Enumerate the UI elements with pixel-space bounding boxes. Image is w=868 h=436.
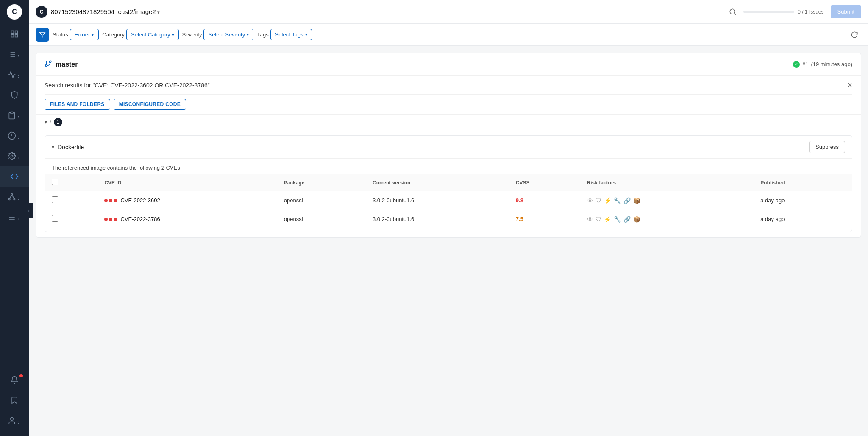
list-chevron-icon: › xyxy=(18,53,21,56)
row-checkbox[interactable] xyxy=(52,196,58,203)
package-cell: openssl xyxy=(277,191,366,210)
category-chevron-icon: ▾ xyxy=(172,32,174,37)
settings-icon xyxy=(8,213,16,221)
sidebar-item-alert[interactable]: › xyxy=(0,126,29,146)
build-status-dot xyxy=(793,61,800,68)
risk-eye-icon: 👁 xyxy=(587,197,593,204)
tags-filter-group: Tags Select Tags ▾ xyxy=(257,29,312,40)
notification-dot xyxy=(19,374,23,377)
dot-2 xyxy=(109,199,112,202)
tree-badge: 1 xyxy=(54,118,62,126)
tab-files-folders[interactable]: FILES AND FOLDERS xyxy=(45,99,110,110)
sidebar-item-chart[interactable]: › xyxy=(0,64,29,85)
alert-chevron-icon: › xyxy=(18,134,21,137)
sidebar-item-dashboard[interactable] xyxy=(0,24,29,44)
cvss-cell: 9.8 xyxy=(509,191,580,210)
search-button[interactable] xyxy=(729,8,737,16)
svg-point-23 xyxy=(11,418,14,421)
file-section: ▾ Dockerfile Suppress The referenced ima… xyxy=(45,135,852,232)
sidebar-item-clipboard[interactable]: › xyxy=(0,105,29,126)
col-header-cve-id: CVE ID xyxy=(97,174,277,191)
row-checkbox[interactable] xyxy=(52,215,58,222)
content-area: master #1 (19 minutes ago) Search result… xyxy=(29,46,868,436)
col-header-published: Published xyxy=(754,174,852,191)
svg-rect-1 xyxy=(15,31,18,34)
cve-description-text: The referenced image contains the follow… xyxy=(52,165,180,171)
search-icon xyxy=(729,8,737,16)
file-header: ▾ Dockerfile Suppress xyxy=(45,136,852,159)
col-header-current-version: Current version xyxy=(366,174,509,191)
category-dropdown[interactable]: Select Category ▾ xyxy=(126,29,179,40)
network-chevron-icon: › xyxy=(18,195,21,198)
risk-factors-cell: 👁 🛡 ⚡ 🔧 🔗 📦 xyxy=(580,191,754,210)
tree-slash: / xyxy=(50,119,51,126)
svg-line-18 xyxy=(9,195,12,198)
top-header: C 807152304871829504_cust2/image2 0 / 1 … xyxy=(29,0,868,24)
risk-link-icon: 🔗 xyxy=(623,216,631,223)
close-search-button[interactable]: ✕ xyxy=(847,81,852,89)
tab-buttons: FILES AND FOLDERS MISCONFIGURED CODE xyxy=(36,95,861,115)
sidebar-item-notifications[interactable] xyxy=(0,370,29,390)
severity-filter-group: Severity Select Severity ▾ xyxy=(182,29,254,40)
errors-dropdown[interactable]: Errors ▾ xyxy=(70,29,99,40)
dot-3 xyxy=(114,218,117,221)
gear-icon xyxy=(8,152,16,160)
risk-package-icon: 📦 xyxy=(633,197,640,204)
grid-icon xyxy=(10,30,19,38)
category-filter-group: Category Select Category ▾ xyxy=(102,29,178,40)
sidebar-item-shield[interactable] xyxy=(0,85,29,105)
results-header: master #1 (19 minutes ago) xyxy=(36,53,861,76)
branch-info: master xyxy=(45,60,78,69)
bell-icon xyxy=(10,376,19,384)
severity-dots xyxy=(104,199,117,202)
svg-point-24 xyxy=(730,9,735,14)
suppress-button[interactable]: Suppress xyxy=(809,141,845,153)
tab-misconfigured-code[interactable]: MISCONFIGURED CODE xyxy=(114,99,186,110)
published-cell: a day ago xyxy=(754,210,852,229)
bookmark-icon xyxy=(10,396,19,405)
tags-dropdown[interactable]: Select Tags ▾ xyxy=(270,29,312,40)
chart-icon xyxy=(8,70,16,79)
cvss-value: 7.5 xyxy=(516,216,523,222)
sidebar-item-gear[interactable]: › xyxy=(0,146,29,166)
errors-label: Errors xyxy=(75,31,89,38)
svg-point-17 xyxy=(14,198,15,200)
sidebar-item-bookmarks[interactable] xyxy=(0,390,29,411)
sidebar-logo: C xyxy=(0,0,29,24)
risk-shield-icon: 🛡 xyxy=(595,197,601,204)
submit-button[interactable]: Submit xyxy=(831,5,861,18)
tree-collapse-icon[interactable]: ▾ xyxy=(45,119,47,125)
list-icon xyxy=(8,50,16,59)
cve-table: CVE ID Package Current version CVSS Risk… xyxy=(45,174,852,228)
build-status: #1 (19 minutes ago) xyxy=(793,61,852,68)
category-label: Category xyxy=(102,31,125,38)
severity-dropdown[interactable]: Select Severity ▾ xyxy=(203,29,253,40)
refresh-button[interactable] xyxy=(848,28,861,42)
sidebar-item-list[interactable]: › xyxy=(0,44,29,64)
version-cell: 3.0.2-0ubuntu1.6 xyxy=(366,191,509,210)
svg-rect-2 xyxy=(11,35,14,37)
cve-description: The referenced image contains the follow… xyxy=(45,159,852,174)
sidebar-nav: › › › xyxy=(0,24,29,370)
shield-icon xyxy=(10,91,19,99)
col-header-risk-factors: Risk factors xyxy=(580,174,754,191)
dot-1 xyxy=(104,199,108,202)
risk-eye-icon: 👁 xyxy=(587,216,593,223)
select-all-checkbox[interactable] xyxy=(52,179,58,185)
file-collapse-icon[interactable]: ▾ xyxy=(52,144,54,150)
svg-line-19 xyxy=(12,195,14,198)
status-filter-group: Status Errors ▾ xyxy=(53,29,99,40)
sidebar-bottom: › xyxy=(0,370,29,436)
filter-icon-button[interactable] xyxy=(36,28,49,42)
risk-package-icon: 📦 xyxy=(633,216,640,223)
app-logo[interactable]: C xyxy=(7,4,22,20)
svg-line-25 xyxy=(734,13,736,14)
sidebar-item-code[interactable] xyxy=(0,166,29,187)
dot-3 xyxy=(114,199,117,202)
chart-chevron-icon: › xyxy=(18,73,21,76)
git-branch-icon xyxy=(45,60,52,67)
repo-title[interactable]: 807152304871829504_cust2/image2 xyxy=(51,8,160,15)
cvss-cell: 7.5 xyxy=(509,210,580,229)
sidebar-item-user[interactable]: › xyxy=(0,411,29,431)
sidebar-expand-button[interactable]: › xyxy=(25,203,33,218)
